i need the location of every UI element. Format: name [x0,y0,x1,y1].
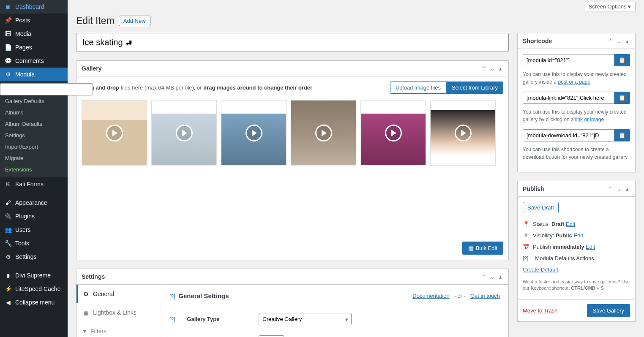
chevron-down-icon[interactable]: ⌄ [489,65,496,72]
upload-files-button[interactable]: Upload image files [390,82,446,94]
modula-submenu: Galleries Gallery Defaults Albums Album … [0,81,68,177]
copy-shortcode-button[interactable]: 📋 [614,92,630,104]
shortcode-hint-1: You can use this to display your newly c… [523,71,630,86]
wrench-icon: 🔧 [4,240,12,247]
nav-tools[interactable]: 🔧Tools [0,236,68,250]
drop-instructions: Drag and drop files here (max 64 MB per … [82,84,312,91]
sub-albums[interactable]: Albums [0,107,68,118]
gallery-item[interactable] [360,100,426,166]
nav-litespeed[interactable]: ⚡LiteSpeed Cache [0,282,68,296]
help-icon[interactable]: [?] [169,294,175,299]
gear-icon: ⚙ [4,71,12,78]
clipboard-icon: 📋 [619,57,626,63]
sub-migrate[interactable]: Migrate [0,152,68,164]
play-icon [315,125,332,141]
brush-icon: 🖌 [4,199,12,206]
chevron-up-icon[interactable]: ⌃ [607,38,614,44]
settings-tab-general[interactable]: ⚙General [76,285,161,303]
nav-modula[interactable]: ⚙Modula [0,68,68,81]
bulk-edit-button[interactable]: ▦Bulk Edit [462,242,503,255]
dashboard-icon: 🖥 [4,3,12,10]
nav-dashboard[interactable]: 🖥Dashboard [0,0,68,14]
post-page-link[interactable]: post or a page [558,79,590,85]
gutter-input[interactable] [259,335,284,337]
help-icon[interactable]: [?] [169,316,175,322]
chevron-down-icon[interactable]: ⌄ [489,274,496,280]
nav-pages[interactable]: 📄Pages [0,41,68,54]
shortcode-input-1[interactable] [523,54,614,66]
nav-plugins[interactable]: 🔌Plugins [0,209,68,223]
nav-media[interactable]: 🎞Media [0,27,68,41]
edit-publish-link[interactable]: Edit [586,244,595,250]
triangle-up-icon[interactable]: ▴ [625,38,630,44]
sub-extensions[interactable]: Extensions [0,164,68,175]
nav-posts[interactable]: 📌Posts [0,14,68,27]
gallery-item[interactable] [82,100,147,166]
sub-gallery-defaults[interactable]: Gallery Defaults [0,95,68,107]
nav-appearance[interactable]: 🖌Appearance [0,196,68,209]
triangle-up-icon[interactable]: ▴ [498,274,503,280]
documentation-link[interactable]: Documentation [412,293,449,299]
chevron-down-icon[interactable]: ⌄ [616,38,623,44]
divi-icon: ◗ [4,272,12,279]
gallery-item[interactable] [430,100,496,166]
sub-settings[interactable]: Settings [0,130,68,141]
play-icon [176,125,193,141]
gallery-type-select[interactable]: Creative Gallery [259,313,352,325]
admin-sidebar: 🖥Dashboard 📌Posts 🎞Media 📄Pages 💬Comment… [0,0,68,337]
nav-collapse[interactable]: ◀Collapse menu [0,296,68,309]
shortcode-input-3[interactable] [523,129,614,141]
create-default-link[interactable]: Create Default [523,266,558,273]
grid-icon: ▦ [83,309,89,316]
sub-galleries[interactable]: Galleries [0,83,93,95]
publish-heading: Publish [523,185,544,192]
link-image-link[interactable]: link or image [575,117,604,122]
collapse-icon: ◀ [4,299,12,306]
media-icon: 🎞 [4,30,12,37]
nav-settings[interactable]: ⚙Settings [0,250,68,264]
chevron-down-icon[interactable]: ⌄ [616,186,623,192]
pin-icon: 📍 [523,221,529,227]
copy-shortcode-button[interactable]: 📋 [614,54,630,66]
nav-divi[interactable]: ◗Divi Supreme [0,269,68,282]
settings-tab-lightbox[interactable]: ▦Lightbox & Links [76,303,161,322]
shortcode-hint-3: You can use this shortcode to create a d… [523,146,630,161]
sub-import-export[interactable]: Import/Export [0,141,68,152]
plug-icon: 🔌 [4,213,12,220]
save-draft-button[interactable]: Save Draft [523,202,559,213]
gallery-item[interactable] [221,100,287,166]
edit-status-link[interactable]: Edit [566,221,575,227]
nav-kali[interactable]: KKali Forms [0,177,68,191]
save-gallery-button[interactable]: Save Gallery [587,304,630,317]
clipboard-icon: 📋 [619,95,626,101]
shortcode-heading: Shortcode [523,38,552,44]
get-in-touch-link[interactable]: Get in touch [470,293,500,299]
sliders-icon: ⚙ [4,253,12,260]
eye-icon: 👁 [523,232,529,239]
comment-icon: 💬 [4,57,12,64]
sub-album-defaults[interactable]: Album Defaults [0,118,68,130]
add-new-button[interactable]: Add New [119,16,150,26]
gallery-item[interactable] [291,100,356,166]
edit-visibility-link[interactable]: Edit [574,232,583,239]
shortcode-input-2[interactable] [523,92,614,104]
bolt-icon: ⚡ [4,285,12,292]
nav-users[interactable]: 👥Users [0,223,68,236]
chevron-up-icon[interactable]: ⌃ [480,65,487,72]
chevron-up-icon[interactable]: ⌃ [480,274,487,280]
move-to-trash-link[interactable]: Move to Trash [523,307,557,314]
select-library-button[interactable]: Select from Library [446,82,503,94]
gallery-title-input[interactable] [76,33,509,52]
copy-shortcode-button[interactable]: 📋 [614,129,630,141]
settings-tab-filters[interactable]: ▾Filters [76,322,161,337]
gallery-item[interactable] [151,100,217,166]
chevron-up-icon[interactable]: ⌃ [607,186,614,192]
triangle-up-icon[interactable]: ▴ [625,186,630,192]
gallery-thumbnails[interactable] [82,100,503,235]
triangle-up-icon[interactable]: ▴ [498,65,503,72]
nav-comments[interactable]: 💬Comments [0,54,68,68]
help-icon[interactable]: [?] [523,255,528,261]
screen-options-toggle[interactable]: Screen Options ▾ [584,2,636,11]
clipboard-icon: 📋 [619,132,626,139]
page-icon: 📄 [4,44,12,51]
